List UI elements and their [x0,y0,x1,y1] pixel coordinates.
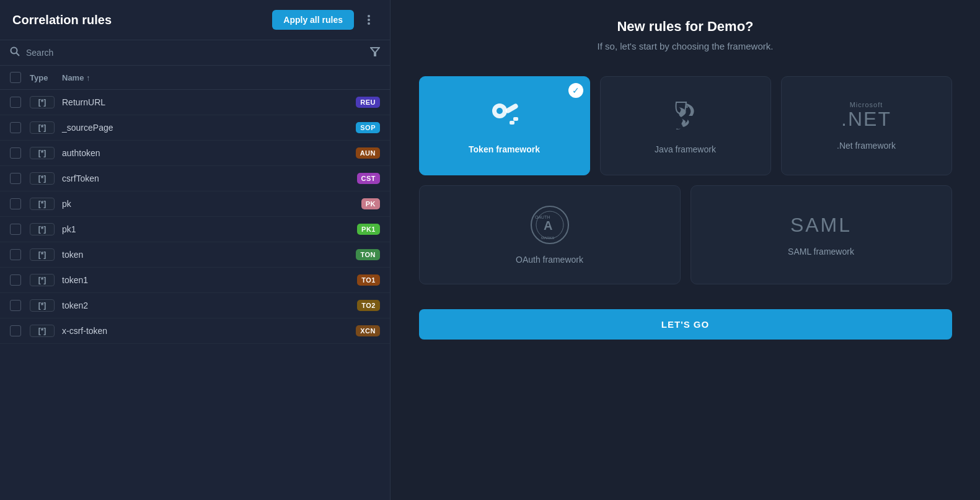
table-header: Type Name ↑ [0,66,390,90]
apply-all-button[interactable]: Apply all rules [272,10,354,30]
row-type: [*] [30,223,55,235]
left-header: Correlation rules Apply all rules [0,0,390,40]
row-tag: CST [357,173,381,184]
svg-rect-8 [505,103,519,114]
search-input[interactable] [26,48,364,58]
row-checkbox[interactable] [10,198,21,209]
lets-go-button[interactable]: LET'S GO [419,309,952,340]
svg-rect-10 [510,121,514,125]
row-type: [*] [30,147,55,159]
saml-logo: SAML [790,214,852,237]
svg-text:OAUTH: OAUTH [535,215,550,219]
table-row[interactable]: [*] pk PK [0,191,390,217]
selected-checkmark: ✓ [568,83,583,98]
row-type: [*] [30,96,55,108]
row-name: csrfToken [62,173,350,183]
select-all-checkbox[interactable] [10,72,21,83]
row-checkbox[interactable] [10,325,21,336]
svg-marker-5 [371,48,379,56]
panel-title: Correlation rules [12,13,112,27]
header-actions: Apply all rules [272,10,377,30]
row-checkbox[interactable] [10,173,21,184]
row-tag: REU [356,97,380,108]
table-body: [*] ReturnURL REU [*] _sourcePage SOP [*… [0,90,390,500]
row-checkbox[interactable] [10,274,21,286]
row-name: token2 [62,300,350,310]
column-type-header: Type [30,73,55,82]
table-row[interactable]: [*] authtoken AUN [0,141,390,166]
framework-card-java[interactable]: Java framework [600,76,771,175]
row-tag: SOP [356,122,380,133]
row-type: [*] [30,299,55,312]
table-row[interactable]: [*] _sourcePage SOP [0,115,390,141]
framework-grid-top: ✓ Token framework [419,76,952,175]
framework-label-dotnet: .Net framework [837,141,896,151]
row-type: [*] [30,325,55,337]
row-name: pk [62,199,354,209]
left-panel: Correlation rules Apply all rules [0,0,391,500]
svg-line-4 [17,53,20,56]
filter-icon[interactable] [370,46,380,59]
right-panel: New rules for Demo? If so, let's start b… [391,0,980,500]
table-row[interactable]: [*] token2 TO2 [0,293,390,318]
framework-grid-bottom: A OAUTH MARKS OAuth framework SAML SAML … [419,185,952,284]
svg-rect-9 [513,117,518,121]
right-panel-subtitle: If so, let's start by choosing the frame… [598,41,774,51]
framework-label-oauth: OAuth framework [516,255,583,265]
framework-card-oauth[interactable]: A OAUTH MARKS OAuth framework [419,185,681,284]
framework-label-token: Token framework [469,144,540,154]
table-row[interactable]: [*] ReturnURL REU [0,90,390,115]
row-name: _sourcePage [62,123,348,133]
table-row[interactable]: [*] pk1 PK1 [0,217,390,242]
row-tag: XCN [356,325,380,336]
search-bar [0,40,390,66]
svg-text:A: A [544,219,552,232]
svg-point-7 [497,108,503,114]
row-checkbox[interactable] [10,122,21,133]
dotnet-logo: Microsoft .NET [841,101,891,130]
row-tag: PK [361,198,380,209]
table-row[interactable]: [*] token TON [0,242,390,268]
framework-card-dotnet[interactable]: Microsoft .NET .Net framework [781,76,952,175]
right-panel-title: New rules for Demo? [617,19,753,35]
row-checkbox[interactable] [10,224,21,235]
row-tag: TO1 [357,274,380,286]
row-type: [*] [30,274,55,286]
svg-point-3 [11,48,17,54]
table-row[interactable]: [*] x-csrf-token XCN [0,318,390,344]
row-type: [*] [30,248,55,261]
table-row[interactable]: [*] csrfToken CST [0,166,390,191]
framework-label-java: Java framework [655,144,716,154]
more-menu-button[interactable] [360,11,377,29]
framework-card-token[interactable]: ✓ Token framework [419,76,590,175]
search-icon [10,46,20,59]
row-type: [*] [30,198,55,210]
row-checkbox[interactable] [10,249,21,260]
table-row[interactable]: [*] token1 TO1 [0,268,390,293]
row-checkbox[interactable] [10,97,21,108]
framework-label-saml: SAML framework [788,247,854,257]
oauth-icon: A OAUTH MARKS [530,205,570,245]
row-name: ReturnURL [62,97,348,107]
row-tag: PK1 [357,224,380,235]
token-icon [486,97,523,134]
row-checkbox[interactable] [10,300,21,311]
column-name-header: Name ↑ [62,73,380,82]
row-tag: TO2 [357,300,380,311]
row-name: token1 [62,275,350,285]
row-tag: TON [356,249,380,260]
svg-point-2 [368,22,370,25]
row-name: token [62,250,348,260]
row-type: [*] [30,121,55,134]
row-tag: AUN [356,147,380,159]
row-name: authtoken [62,148,348,158]
svg-point-1 [368,19,370,21]
row-type: [*] [30,172,55,185]
svg-text:MARKS: MARKS [541,236,554,240]
svg-point-0 [368,15,370,17]
java-icon [670,97,701,134]
row-checkbox[interactable] [10,147,21,159]
row-name: pk1 [62,224,350,234]
framework-card-saml[interactable]: SAML SAML framework [691,185,952,284]
row-name: x-csrf-token [62,326,348,336]
